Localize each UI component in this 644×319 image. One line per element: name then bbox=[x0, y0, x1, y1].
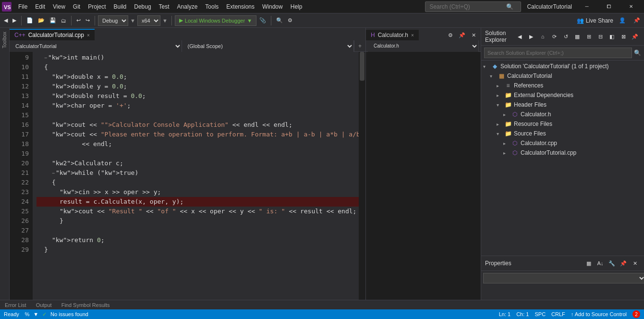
restore-button[interactable]: ⧠ bbox=[598, 0, 620, 13]
toolbar-extra[interactable]: ⚙ bbox=[286, 16, 294, 25]
se-btn-back[interactable]: ◀ bbox=[514, 31, 525, 42]
prop-help-btn[interactable]: 🔧 bbox=[607, 258, 617, 269]
tab-calculatortutorial-cpp[interactable]: C++ CalculatorTutorial.cpp × bbox=[10, 29, 95, 40]
se-btn-view[interactable]: ◧ bbox=[607, 31, 617, 42]
navigator-class-select[interactable]: CalculatorTutorial bbox=[10, 40, 182, 52]
code-line-10[interactable]: { bbox=[36, 62, 359, 72]
se-btn-preview[interactable]: ⊠ bbox=[618, 31, 629, 42]
toolbar-save-all[interactable]: 🗂 bbox=[59, 17, 68, 25]
tab-calculator-h[interactable]: H Calculator.h × bbox=[366, 30, 419, 40]
prop-pin[interactable]: 📌 bbox=[618, 258, 629, 269]
code-line-23[interactable]: "kw">cin >> x >> oper >> y; bbox=[36, 187, 359, 197]
code-line-22[interactable]: { bbox=[36, 178, 359, 187]
code-line-21[interactable]: −"kw">while ("kw">true) bbox=[36, 168, 359, 178]
code-line-25[interactable]: "kw">cout << "Result " << "of " << x << … bbox=[36, 207, 359, 216]
toolbar-redo[interactable]: ↪ bbox=[84, 16, 92, 25]
close-button[interactable]: ✕ bbox=[620, 0, 642, 13]
code-line-29[interactable]: } bbox=[36, 245, 359, 255]
code-line-12[interactable]: "kw">double y = 0.0; bbox=[36, 82, 359, 91]
right-panel-settings[interactable]: ⚙ bbox=[445, 30, 456, 40]
menu-view[interactable]: View bbox=[49, 1, 69, 12]
tree-item-3[interactable]: ▸📁External Dependencies bbox=[481, 90, 644, 100]
editor-nav-plus[interactable]: + bbox=[354, 40, 365, 52]
prop-object-select[interactable] bbox=[483, 273, 644, 283]
menu-window[interactable]: Window bbox=[258, 1, 287, 12]
tree-item-6[interactable]: ▸📁Resource Files bbox=[481, 119, 644, 129]
tree-item-8[interactable]: ▸⬡Calculator.cpp bbox=[481, 138, 644, 148]
search-input[interactable] bbox=[429, 3, 506, 10]
toolbar-nav-fwd[interactable]: ▶ bbox=[11, 16, 18, 25]
code-line-26[interactable]: } bbox=[36, 216, 359, 226]
code-line-15[interactable] bbox=[36, 110, 359, 120]
right-panel-pin[interactable]: 📌 bbox=[457, 30, 467, 40]
right-panel-close[interactable]: ✕ bbox=[468, 30, 479, 40]
code-line-17[interactable]: "kw">cout << "Please enter the operation… bbox=[36, 130, 359, 139]
toolbar-pin[interactable]: 📌 bbox=[632, 16, 642, 25]
bottom-tab-error-list[interactable]: Error List bbox=[0, 301, 31, 309]
menu-edit[interactable]: Edit bbox=[31, 1, 49, 12]
menu-extensions[interactable]: Extensions bbox=[222, 1, 258, 12]
code-line-16[interactable]: "kw">cout << "">Calculator Console Appli… bbox=[36, 120, 359, 130]
navigator-member-select[interactable]: (Global Scope) bbox=[182, 40, 354, 52]
toolbar-save[interactable]: 💾 bbox=[48, 16, 58, 25]
right-nav-select[interactable]: Calculator.h bbox=[368, 40, 479, 52]
tree-item-4[interactable]: ▾📁Header Files bbox=[481, 100, 644, 110]
menu-file[interactable]: File bbox=[14, 1, 31, 12]
tab-calc-h-close[interactable]: × bbox=[411, 33, 414, 38]
menu-debug[interactable]: Debug bbox=[130, 1, 155, 12]
menu-project[interactable]: Project bbox=[84, 1, 109, 12]
tree-item-2[interactable]: ▸≡References bbox=[481, 81, 644, 90]
se-search-input[interactable] bbox=[484, 48, 632, 58]
tree-item-5[interactable]: ▸⬡Calculator.h bbox=[481, 110, 644, 119]
se-btn-home[interactable]: ⌂ bbox=[537, 31, 548, 42]
editor-scrollbar[interactable] bbox=[359, 52, 365, 300]
code-line-24[interactable]: result = c.Calculate(x, oper, y); bbox=[36, 197, 359, 207]
minimize-button[interactable]: ─ bbox=[576, 0, 598, 13]
run-button[interactable]: ▶ Local Windows Debugger ▼ bbox=[175, 15, 256, 26]
source-control-btn[interactable]: ↑ Add to Source Control bbox=[571, 311, 627, 317]
bottom-tab-output[interactable]: Output bbox=[31, 301, 57, 309]
code-line-28[interactable]: "kw">return 0; bbox=[36, 235, 359, 245]
debug-config-select[interactable]: Debug bbox=[98, 15, 128, 26]
toolbar-new-file[interactable]: 📄 bbox=[24, 16, 35, 25]
menu-build[interactable]: Build bbox=[110, 1, 131, 12]
se-btn-refresh[interactable]: ↺ bbox=[560, 31, 571, 42]
se-btn-fwd[interactable]: ▶ bbox=[526, 31, 536, 42]
menu-help[interactable]: Help bbox=[287, 1, 306, 12]
tab-calculatortutorial-close[interactable]: × bbox=[87, 33, 90, 38]
toolbox-label[interactable]: Toolbox bbox=[2, 30, 7, 50]
liveshare-button[interactable]: 👥 Live Share bbox=[577, 17, 613, 24]
code-line-19[interactable] bbox=[36, 149, 359, 159]
toolbar-find[interactable]: 🔍 bbox=[274, 16, 285, 25]
prop-alpha-btn[interactable]: Α↓ bbox=[595, 258, 606, 269]
menu-analyze[interactable]: Analyze bbox=[173, 1, 202, 12]
collapse-icon-21[interactable]: − bbox=[52, 171, 55, 176]
menu-git[interactable]: Git bbox=[69, 1, 84, 12]
code-line-20[interactable]: "kw2">Calculator c; bbox=[36, 159, 359, 168]
collapse-icon-9[interactable]: − bbox=[44, 55, 47, 61]
prop-categories-btn[interactable]: ▦ bbox=[583, 258, 594, 269]
tree-item-7[interactable]: ▾📁Source Files bbox=[481, 129, 644, 138]
se-btn-props[interactable]: ⊟ bbox=[595, 31, 606, 42]
toolbar-attach[interactable]: 📎 bbox=[257, 16, 268, 25]
bottom-tab-find-symbol[interactable]: Find Symbol Results bbox=[57, 301, 115, 309]
se-btn-sync[interactable]: ⟳ bbox=[549, 31, 559, 42]
code-line-13[interactable]: "kw">double result = 0.0; bbox=[36, 91, 359, 101]
toolbar-profile[interactable]: 👤 bbox=[617, 16, 628, 25]
platform-select[interactable]: x64 bbox=[137, 15, 160, 26]
menu-tools[interactable]: Tools bbox=[201, 1, 222, 12]
code-line-27[interactable] bbox=[36, 226, 359, 235]
toolbar-open[interactable]: 📂 bbox=[36, 16, 47, 25]
tree-item-1[interactable]: ▾▦CalculatorTutorial bbox=[481, 71, 644, 81]
code-line-9[interactable]: −"kw">int main() bbox=[36, 53, 359, 62]
se-btn-collapse[interactable]: ⊞ bbox=[583, 31, 594, 42]
code-line-18[interactable]: << endl; bbox=[36, 139, 359, 149]
se-btn-filter[interactable]: ▦ bbox=[572, 31, 583, 42]
toolbar-undo[interactable]: ↩ bbox=[74, 16, 83, 25]
code-content[interactable]: −"kw">int main(){"kw">double x = 0.0;"kw… bbox=[33, 52, 359, 300]
tree-item-0[interactable]: ▾◆Solution 'CalculatorTutorial' (1 of 1 … bbox=[481, 61, 644, 71]
prop-close[interactable]: ✕ bbox=[630, 258, 640, 269]
menu-test[interactable]: Test bbox=[155, 1, 173, 12]
search-box[interactable]: 🔍 bbox=[425, 1, 521, 12]
code-line-14[interactable]: "kw">char oper = '+'; bbox=[36, 101, 359, 110]
